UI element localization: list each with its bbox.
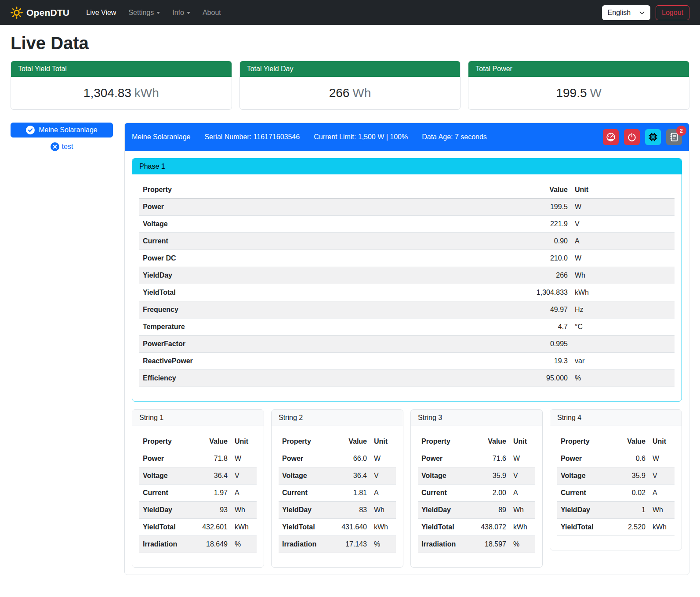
property-cell: Voltage [279,467,330,485]
value-cell: 199.5 [514,199,571,216]
table-row: Power71.6W [418,450,535,467]
value-cell: 2.00 [469,485,510,502]
property-cell: Power [418,450,469,467]
table-row: Temperature4.7°C [139,318,675,336]
power-toggle-button[interactable] [624,129,640,145]
unit-cell: W [571,199,675,216]
table-row: Current1.97A [139,485,257,502]
value-cell: 71.8 [191,450,231,467]
nav-item-about[interactable]: About [196,5,227,20]
inverter-limit: Current Limit: 1,500 W | 100% [314,133,408,141]
property-cell: ReactivePower [139,353,514,370]
page-title: Live Data [11,33,689,53]
property-cell: Voltage [557,467,609,485]
column-header-property: Property [139,181,514,199]
value-cell: 18.597 [469,536,510,553]
phase-1-title: Phase 1 [132,159,682,174]
unit-cell: kWh [649,519,675,536]
column-header-property: Property [279,433,330,450]
property-cell: YieldDay [139,502,191,519]
table-row: Current0.90A [139,233,675,250]
chevron-down-icon [187,12,190,14]
nav-item-info[interactable]: Info [166,5,196,20]
value-cell: 17.143 [330,536,370,553]
column-header-unit: Unit [649,433,675,450]
x-circle-icon [51,142,59,151]
summary-card-unit: W [590,86,602,100]
table-row: PowerFactor0.995 [139,336,675,353]
property-cell: YieldDay [279,502,330,519]
nav-links: Live View Settings Info About [80,5,602,20]
table-row: YieldTotal2.520kWh [557,519,675,536]
column-header-unit: Unit [510,433,535,450]
language-select[interactable]: English [602,5,650,20]
device-info-button[interactable] [645,129,661,145]
summary-card-total-power: Total Power 199.5W [468,61,689,110]
unit-cell: % [231,536,257,553]
brand[interactable]: OpenDTU [11,7,69,19]
table-row: YieldTotal438.072kWh [418,519,535,536]
unit-cell: V [510,467,535,485]
table-row: Power DC210.0W [139,250,675,267]
property-cell: YieldDay [139,267,514,284]
summary-card-unit: kWh [134,86,159,100]
table-row: Voltage36.4V [139,467,257,485]
inverter-card: Meine Solaranlage Serial Number: 1161716… [124,123,689,575]
summary-card-value: 266 [329,86,350,100]
unit-cell: Wh [649,502,675,519]
value-cell: 266 [514,267,571,284]
event-log-button[interactable]: 2 [666,129,682,145]
top-navbar: OpenDTU Live View Settings Info About En… [0,0,700,25]
column-header-value: Value [609,433,649,450]
table-row: YieldDay83Wh [279,502,396,519]
property-cell: YieldTotal [418,519,469,536]
nav-item-live-view[interactable]: Live View [80,5,122,20]
value-cell: 210.0 [514,250,571,267]
property-cell: Voltage [139,216,514,233]
table-row: YieldDay93Wh [139,502,257,519]
table-row: Power66.0W [279,450,396,467]
property-cell: Current [139,233,514,250]
table-row: Irradiation18.597% [418,536,535,553]
column-header-value: Value [330,433,370,450]
table-row: Power71.8W [139,450,257,467]
logout-button[interactable]: Logout [656,5,689,20]
unit-cell: Hz [571,301,675,318]
table-row: Power0.6W [557,450,675,467]
value-cell: 19.3 [514,353,571,370]
summary-card-unit: Wh [352,86,371,100]
nav-item-settings[interactable]: Settings [122,5,166,20]
summary-cards-row: Total Yield Total 1,304.83kWh Total Yiel… [11,61,689,110]
property-cell: PowerFactor [139,336,514,353]
table-row: Current2.00A [418,485,535,502]
nav-right: English Logout [602,5,689,20]
unit-cell: kWh [571,284,675,301]
table-row: YieldDay89Wh [418,502,535,519]
limit-settings-button[interactable] [603,129,619,145]
string-4-title: String 4 [550,410,682,426]
unit-cell: A [649,485,675,502]
unit-cell: kWh [510,519,535,536]
string-2-card: String 2 Property Value Unit [271,409,403,568]
unit-cell: W [370,450,396,467]
table-header-row: Property Value Unit [139,181,675,199]
property-cell: YieldTotal [139,284,514,301]
summary-card-total-yield-day: Total Yield Day 266Wh [239,61,461,110]
property-cell: YieldDay [418,502,469,519]
string-2-title: String 2 [272,410,403,426]
string-1-card: String 1 Property Value Unit [132,409,264,568]
value-cell: 1.81 [330,485,370,502]
column-header-unit: Unit [231,433,257,450]
inverter-name: Meine Solaranlage [132,133,190,141]
inverter-selected-button[interactable]: Meine Solaranlage [11,123,113,137]
value-cell: 36.4 [330,467,370,485]
inverter-selected-label: Meine Solaranlage [39,126,97,134]
string-3-table: Property Value Unit Power71.6WVoltage35.… [418,433,535,553]
unit-cell: W [571,250,675,267]
unit-cell: kWh [370,519,396,536]
inverter-item-test[interactable]: test [11,142,113,151]
value-cell: 0.6 [609,450,649,467]
unit-cell: kWh [231,519,257,536]
unit-cell: Wh [370,502,396,519]
value-cell: 0.995 [514,336,571,353]
